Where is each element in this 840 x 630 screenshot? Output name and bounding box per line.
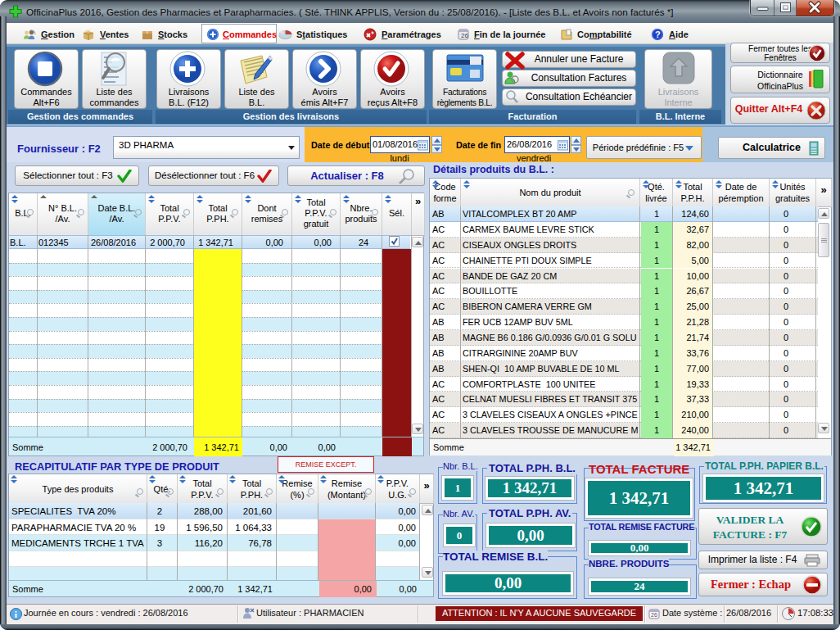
svg-text:?: ? <box>655 29 661 39</box>
svg-text:26: 26 <box>461 32 468 39</box>
svg-text:26: 26 <box>651 612 657 618</box>
